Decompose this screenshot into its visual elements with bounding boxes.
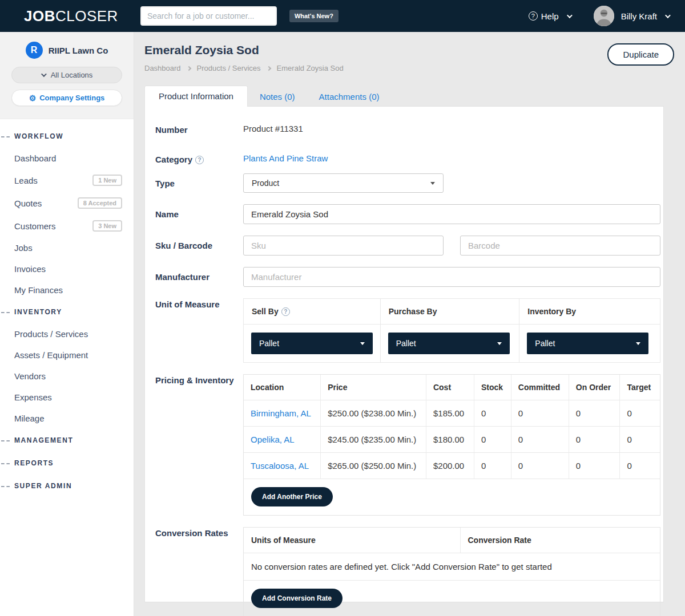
sidebar-section-reports[interactable]: REPORTS [0,452,134,475]
sidebar-item-vendors[interactable]: Vendors [0,366,134,387]
dropdown-arrow-icon [360,342,365,345]
number-value: Product #11331 [243,124,303,135]
category-link[interactable]: Plants And Pine Straw [243,153,328,163]
sidebar-item-jobs[interactable]: Jobs [0,237,134,258]
app-logo[interactable]: JOBCLOSER [24,7,118,25]
chevron-right-icon [266,66,271,70]
sidebar-item-label: Jobs [14,243,33,253]
product-information-panel: Number Product #11331 Category? Plants A… [144,106,664,602]
sidebar-item-expenses[interactable]: Expenses [0,387,134,408]
sidebar-section-workflow[interactable]: WORKFLOW [0,125,134,148]
sidebar-section-inventory[interactable]: INVENTORY [0,301,134,323]
col-committed: Committed [511,375,569,400]
conversion-rates-label: Conversion Rates [155,527,243,616]
dropdown-arrow-icon [497,342,502,345]
top-bar: JOBCLOSER What's New? ? Help Billy Kraft [0,0,685,32]
col-location: Location [244,375,321,400]
dropdown-arrow-icon [636,342,640,345]
table-row: Birmingham, AL $250.00 ($238.00 Min.) $1… [244,400,660,427]
col-price: Price [321,375,426,400]
company-settings-button[interactable]: ⚙ Company Settings [11,90,122,106]
help-menu[interactable]: ? Help [529,11,571,21]
sidebar-item-customers[interactable]: Customers3 New [0,214,134,237]
on-order-cell: 0 [569,453,620,479]
sidebar-item-my-finances[interactable]: My Finances [0,279,134,301]
location-link-opelika[interactable]: Opelika, AL [251,435,295,444]
manufacturer-input[interactable] [243,267,660,287]
table-row: Tuscaloosa, AL $265.00 ($250.00 Min.) $2… [244,453,660,479]
target-cell: 0 [620,453,660,479]
avatar[interactable] [594,6,614,26]
sidebar-company-block: R RIIPL Lawn Co All Locations ⚙ Company … [0,32,134,119]
conversion-header-row: Units of Measure Conversion Rate [244,528,660,553]
sidebar-item-label: Leads [14,176,38,185]
tab-product-information[interactable]: Product Information [144,86,248,107]
page-title: Emerald Zoysia Sod [144,43,685,57]
price-cell: $245.00 ($235.00 Min.) [321,427,426,453]
name-input[interactable] [243,204,660,224]
purchase-by-header: Purchase By [380,299,519,325]
sidebar-item-assets-equipment[interactable]: Assets / Equipment [0,345,134,366]
location-link-tuscaloosa[interactable]: Tuscaloosa, AL [251,461,309,471]
sidebar-item-mileage[interactable]: Mileage [0,408,134,429]
chevron-down-icon[interactable] [665,13,671,18]
sidebar-item-label: My Finances [14,285,63,295]
pricing-header-row: Location Price Cost Stock Committed On O… [244,375,660,400]
location-selector[interactable]: All Locations [11,67,122,83]
conversion-rates-box: Units of Measure Conversion Rate No conv… [243,527,660,616]
tab-bar: Product Information Notes (0) Attachment… [144,87,685,107]
conversion-rates-table: Units of Measure Conversion Rate [244,528,660,553]
sidebar-item-label: Vendors [14,371,46,381]
pricing-inventory-label: Pricing & Inventory [155,374,243,516]
sidebar-section-management[interactable]: MANAGEMENT [0,429,134,452]
sku-barcode-label: Sku / Barcode [155,241,243,250]
sidebar-nav: WORKFLOW Dashboard Leads1 New Quotes8 Ac… [0,119,134,497]
sidebar-item-leads[interactable]: Leads1 New [0,169,134,192]
sell-by-help-icon[interactable]: ? [281,307,290,316]
add-another-price-button[interactable]: Add Another Price [251,487,333,506]
sidebar-item-products-services[interactable]: Products / Services [0,323,134,345]
company-logo-icon: R [26,42,43,59]
sidebar-item-label: Dashboard [14,153,56,163]
sidebar-item-dashboard[interactable]: Dashboard [0,148,134,169]
name-label: Name [155,209,243,219]
sidebar-section-super-admin[interactable]: SUPER ADMIN [0,475,134,497]
unit-of-measure-label: Unit of Measure [155,298,243,363]
sidebar-item-invoices[interactable]: Invoices [0,258,134,279]
help-icon: ? [529,11,538,21]
barcode-input[interactable] [460,236,660,256]
tab-attachments[interactable]: Attachments (0) [307,87,392,107]
category-help-icon[interactable]: ? [195,156,204,164]
col-cost: Cost [426,375,474,400]
committed-cell: 0 [511,400,569,427]
col-units-of-measure: Units of Measure [244,528,460,553]
search-input[interactable] [140,6,277,26]
sell-by-header-text: Sell By [252,307,279,316]
sidebar-item-label: Expenses [14,392,52,402]
manufacturer-label: Manufacturer [155,272,243,282]
price-cell: $265.00 ($250.00 Min.) [321,453,426,479]
tab-notes[interactable]: Notes (0) [248,87,307,107]
sidebar-item-quotes[interactable]: Quotes8 Accepted [0,192,134,214]
duplicate-button[interactable]: Duplicate [607,43,674,66]
inventory-by-select[interactable]: Pallet [527,333,648,354]
sku-input[interactable] [243,236,444,256]
pricing-inventory-box: Location Price Cost Stock Committed On O… [243,374,660,516]
category-label: Category? [155,153,243,164]
purchase-by-select[interactable]: Pallet [388,333,510,354]
stock-cell: 0 [474,453,511,479]
type-select[interactable]: Product [243,173,444,193]
add-conversion-rate-button[interactable]: Add Conversion Rate [251,589,342,608]
sidebar-item-label: Quotes [14,198,42,208]
breadcrumb-dashboard[interactable]: Dashboard [144,64,181,72]
whats-new-button[interactable]: What's New? [289,10,339,22]
col-stock: Stock [474,375,511,400]
breadcrumb-products-services[interactable]: Products / Services [197,64,261,72]
location-link-birmingham[interactable]: Birmingham, AL [251,408,311,418]
customers-badge: 3 New [92,220,122,232]
user-name[interactable]: Billy Kraft [621,11,657,21]
target-cell: 0 [620,427,660,453]
inventory-by-value: Pallet [535,339,555,348]
cost-cell: $200.00 [426,453,474,479]
sell-by-select[interactable]: Pallet [251,333,373,354]
